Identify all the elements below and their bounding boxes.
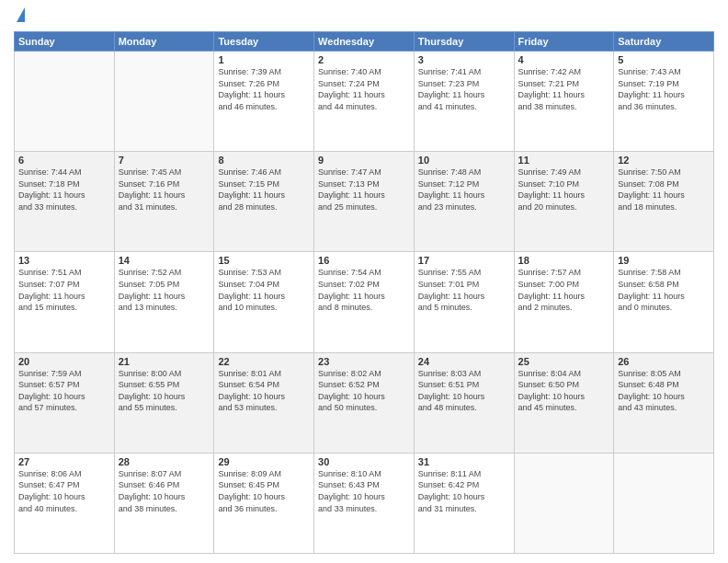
day-number: 22: [218, 356, 310, 367]
day-number: 15: [218, 255, 310, 266]
calendar-cell: 3Sunrise: 7:41 AM Sunset: 7:23 PM Daylig…: [414, 52, 514, 152]
day-number: 25: [518, 356, 610, 367]
calendar-cell: 25Sunrise: 8:04 AM Sunset: 6:50 PM Dayli…: [514, 352, 614, 453]
header: [14, 9, 714, 24]
day-info: Sunrise: 7:53 AM Sunset: 7:04 PM Dayligh…: [218, 267, 310, 313]
day-info: Sunrise: 7:41 AM Sunset: 7:23 PM Dayligh…: [418, 66, 510, 112]
calendar-cell: 24Sunrise: 8:03 AM Sunset: 6:51 PM Dayli…: [414, 352, 514, 453]
day-number: 1: [218, 54, 310, 65]
day-info: Sunrise: 7:46 AM Sunset: 7:15 PM Dayligh…: [218, 167, 310, 213]
day-number: 27: [18, 456, 110, 467]
calendar-cell: 7Sunrise: 7:45 AM Sunset: 7:16 PM Daylig…: [114, 152, 214, 252]
day-info: Sunrise: 7:49 AM Sunset: 7:10 PM Dayligh…: [518, 167, 610, 213]
calendar-cell: 9Sunrise: 7:47 AM Sunset: 7:13 PM Daylig…: [314, 152, 415, 252]
calendar-cell: 22Sunrise: 8:01 AM Sunset: 6:54 PM Dayli…: [214, 352, 314, 453]
day-number: 24: [418, 356, 510, 367]
day-info: Sunrise: 7:43 AM Sunset: 7:19 PM Dayligh…: [618, 66, 710, 112]
calendar-cell: 29Sunrise: 8:09 AM Sunset: 6:45 PM Dayli…: [214, 453, 314, 553]
calendar-week-row: 20Sunrise: 7:59 AM Sunset: 6:57 PM Dayli…: [15, 352, 714, 453]
calendar-cell: 31Sunrise: 8:11 AM Sunset: 6:42 PM Dayli…: [414, 453, 514, 553]
day-info: Sunrise: 8:03 AM Sunset: 6:51 PM Dayligh…: [418, 368, 510, 414]
calendar-day-header: Thursday: [414, 32, 514, 52]
calendar-day-header: Tuesday: [214, 32, 314, 52]
calendar-cell: 27Sunrise: 8:06 AM Sunset: 6:47 PM Dayli…: [15, 453, 115, 553]
calendar-week-row: 6Sunrise: 7:44 AM Sunset: 7:18 PM Daylig…: [15, 152, 714, 252]
calendar-cell: 21Sunrise: 8:00 AM Sunset: 6:55 PM Dayli…: [114, 352, 214, 453]
calendar-day-header: Saturday: [614, 32, 714, 52]
calendar-table: SundayMondayTuesdayWednesdayThursdayFrid…: [14, 31, 714, 554]
calendar-cell: 18Sunrise: 7:57 AM Sunset: 7:00 PM Dayli…: [514, 252, 614, 352]
calendar-cell: [614, 453, 714, 553]
day-info: Sunrise: 8:01 AM Sunset: 6:54 PM Dayligh…: [218, 368, 310, 414]
day-number: 13: [18, 255, 110, 266]
day-info: Sunrise: 7:44 AM Sunset: 7:18 PM Dayligh…: [18, 167, 110, 213]
calendar-week-row: 1Sunrise: 7:39 AM Sunset: 7:26 PM Daylig…: [15, 52, 714, 152]
calendar-cell: 1Sunrise: 7:39 AM Sunset: 7:26 PM Daylig…: [214, 52, 314, 152]
calendar-cell: 11Sunrise: 7:49 AM Sunset: 7:10 PM Dayli…: [514, 152, 614, 252]
day-number: 28: [119, 456, 210, 467]
day-info: Sunrise: 8:06 AM Sunset: 6:47 PM Dayligh…: [18, 468, 110, 514]
day-number: 12: [618, 155, 710, 166]
day-number: 14: [119, 255, 210, 266]
day-number: 9: [318, 155, 410, 166]
day-number: 5: [618, 54, 710, 65]
day-info: Sunrise: 7:42 AM Sunset: 7:21 PM Dayligh…: [518, 66, 610, 112]
day-number: 8: [218, 155, 310, 166]
day-info: Sunrise: 7:57 AM Sunset: 7:00 PM Dayligh…: [518, 267, 610, 313]
calendar-day-header: Sunday: [15, 32, 115, 52]
day-info: Sunrise: 8:07 AM Sunset: 6:46 PM Dayligh…: [119, 468, 210, 514]
calendar-cell: 19Sunrise: 7:58 AM Sunset: 6:58 PM Dayli…: [614, 252, 714, 352]
calendar-cell: 8Sunrise: 7:46 AM Sunset: 7:15 PM Daylig…: [214, 152, 314, 252]
logo-triangle-icon: [17, 7, 25, 22]
day-number: 19: [618, 255, 710, 266]
calendar-cell: 20Sunrise: 7:59 AM Sunset: 6:57 PM Dayli…: [15, 352, 115, 453]
day-info: Sunrise: 7:55 AM Sunset: 7:01 PM Dayligh…: [418, 267, 510, 313]
calendar-day-header: Friday: [514, 32, 614, 52]
day-number: 2: [318, 54, 410, 65]
calendar-cell: 17Sunrise: 7:55 AM Sunset: 7:01 PM Dayli…: [414, 252, 514, 352]
calendar-cell: 23Sunrise: 8:02 AM Sunset: 6:52 PM Dayli…: [314, 352, 415, 453]
calendar-header-row: SundayMondayTuesdayWednesdayThursdayFrid…: [15, 32, 714, 52]
calendar-cell: 6Sunrise: 7:44 AM Sunset: 7:18 PM Daylig…: [15, 152, 115, 252]
day-number: 11: [518, 155, 610, 166]
day-number: 3: [418, 54, 510, 65]
calendar-cell: 14Sunrise: 7:52 AM Sunset: 7:05 PM Dayli…: [114, 252, 214, 352]
day-info: Sunrise: 7:50 AM Sunset: 7:08 PM Dayligh…: [618, 167, 710, 213]
day-number: 18: [518, 255, 610, 266]
day-info: Sunrise: 7:48 AM Sunset: 7:12 PM Dayligh…: [418, 167, 510, 213]
calendar-cell: [514, 453, 614, 553]
day-info: Sunrise: 8:00 AM Sunset: 6:55 PM Dayligh…: [119, 368, 210, 414]
day-info: Sunrise: 7:47 AM Sunset: 7:13 PM Dayligh…: [318, 167, 410, 213]
day-info: Sunrise: 8:05 AM Sunset: 6:48 PM Dayligh…: [618, 368, 710, 414]
day-info: Sunrise: 7:51 AM Sunset: 7:07 PM Dayligh…: [18, 267, 110, 313]
day-info: Sunrise: 7:58 AM Sunset: 6:58 PM Dayligh…: [618, 267, 710, 313]
day-number: 26: [618, 356, 710, 367]
day-info: Sunrise: 7:59 AM Sunset: 6:57 PM Dayligh…: [18, 368, 110, 414]
day-info: Sunrise: 8:11 AM Sunset: 6:42 PM Dayligh…: [418, 468, 510, 514]
calendar-cell: [15, 52, 115, 152]
day-info: Sunrise: 7:52 AM Sunset: 7:05 PM Dayligh…: [119, 267, 210, 313]
day-number: 20: [18, 356, 110, 367]
day-info: Sunrise: 7:40 AM Sunset: 7:24 PM Dayligh…: [318, 66, 410, 112]
day-number: 30: [318, 456, 410, 467]
day-info: Sunrise: 8:09 AM Sunset: 6:45 PM Dayligh…: [218, 468, 310, 514]
day-number: 23: [318, 356, 410, 367]
calendar-cell: 12Sunrise: 7:50 AM Sunset: 7:08 PM Dayli…: [614, 152, 714, 252]
day-info: Sunrise: 7:45 AM Sunset: 7:16 PM Dayligh…: [119, 167, 210, 213]
calendar-cell: 4Sunrise: 7:42 AM Sunset: 7:21 PM Daylig…: [514, 52, 614, 152]
logo: [14, 9, 25, 24]
calendar-cell: 15Sunrise: 7:53 AM Sunset: 7:04 PM Dayli…: [214, 252, 314, 352]
day-info: Sunrise: 7:39 AM Sunset: 7:26 PM Dayligh…: [218, 66, 310, 112]
day-info: Sunrise: 8:10 AM Sunset: 6:43 PM Dayligh…: [318, 468, 410, 514]
day-number: 7: [119, 155, 210, 166]
calendar-cell: 2Sunrise: 7:40 AM Sunset: 7:24 PM Daylig…: [314, 52, 415, 152]
day-number: 29: [218, 456, 310, 467]
calendar-cell: 30Sunrise: 8:10 AM Sunset: 6:43 PM Dayli…: [314, 453, 415, 553]
day-number: 17: [418, 255, 510, 266]
day-info: Sunrise: 7:54 AM Sunset: 7:02 PM Dayligh…: [318, 267, 410, 313]
calendar-cell: 28Sunrise: 8:07 AM Sunset: 6:46 PM Dayli…: [114, 453, 214, 553]
day-number: 16: [318, 255, 410, 266]
calendar-week-row: 27Sunrise: 8:06 AM Sunset: 6:47 PM Dayli…: [15, 453, 714, 553]
page: SundayMondayTuesdayWednesdayThursdayFrid…: [0, 0, 728, 563]
day-number: 6: [18, 155, 110, 166]
